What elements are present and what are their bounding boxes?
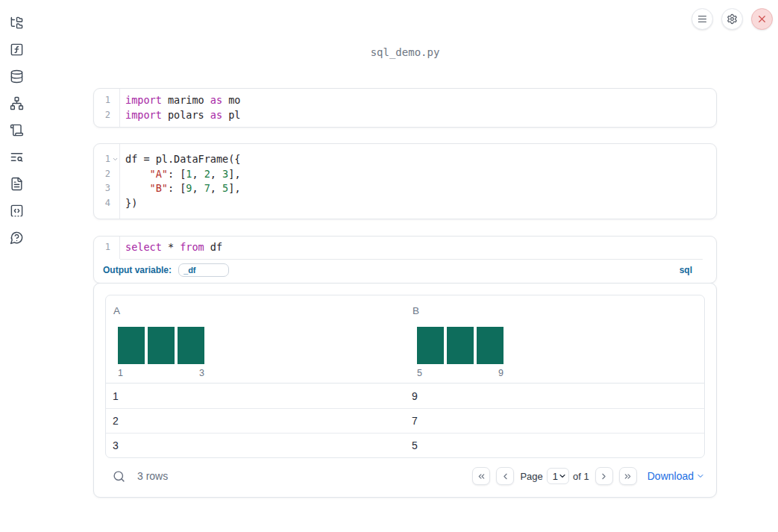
table-row: 35: [106, 433, 704, 457]
code-line: "B": [9, 7, 5],: [125, 181, 716, 196]
search-icon: [113, 470, 125, 483]
column-histogram: [118, 327, 204, 364]
histogram-range-labels: 59: [417, 368, 503, 378]
line-number: 4: [94, 196, 110, 211]
last-page-button[interactable]: [619, 467, 637, 485]
token: }): [125, 197, 137, 209]
language-badge: sql: [680, 265, 692, 275]
page-total-label: of 1: [573, 471, 589, 482]
column-name[interactable]: A: [106, 305, 405, 316]
token: df = pl.DataFrame({: [125, 153, 240, 165]
help-circle-icon: [10, 231, 24, 245]
chevrons-left-icon: [477, 472, 486, 481]
sidebar-item-scratchpad[interactable]: [3, 197, 30, 224]
sidebar-item-documentation[interactable]: [3, 170, 30, 197]
token-kw: as: [210, 109, 222, 121]
token-str: "B": [150, 182, 168, 194]
page-label: Page: [520, 471, 542, 482]
token: : [: [168, 168, 186, 180]
output-variable-label: Output variable:: [103, 265, 172, 275]
token: ,: [210, 168, 222, 180]
search-button[interactable]: [113, 470, 125, 483]
marimo-notebook: sql_demo.py 12import marimo as moimport …: [0, 0, 778, 532]
shutdown-button[interactable]: [751, 8, 773, 30]
text-search-icon: [10, 150, 24, 164]
settings-button[interactable]: [721, 8, 743, 30]
histogram-bar: [477, 327, 503, 364]
download-button[interactable]: Download: [647, 470, 705, 482]
table-row: 19: [106, 384, 704, 408]
cell-2-python: 1234df = pl.DataFrame({ "A": [1, 2, 3], …: [93, 143, 717, 219]
token-str: "A": [150, 168, 168, 180]
close-icon: [756, 13, 768, 25]
histogram-bar: [118, 327, 145, 364]
cell-1-python: 12import marimo as moimport polars as pl: [93, 88, 717, 128]
network-icon: [10, 96, 24, 110]
prev-page-button[interactable]: [496, 467, 514, 485]
line-number-gutter: 1: [94, 237, 120, 259]
token: : [: [168, 182, 186, 194]
code-line: "A": [1, 2, 3],: [125, 167, 716, 182]
table-header: A13B59: [106, 295, 704, 384]
function-square-icon: [10, 43, 24, 57]
table-row: 27: [106, 408, 704, 433]
sidebar-item-file-explorer[interactable]: [3, 9, 30, 36]
token: mo: [222, 94, 240, 106]
line-number-gutter: 1234: [94, 144, 120, 219]
code-area: import marimo as moimport polars as pl: [120, 89, 716, 127]
cell-editor[interactable]: 1select * from df: [94, 237, 716, 259]
token: pl: [222, 109, 240, 121]
cell-editor[interactable]: 1234df = pl.DataFrame({ "A": [1, 2, 3], …: [94, 144, 716, 219]
sidebar-item-logs[interactable]: [3, 143, 30, 170]
page-indicator: Page 1 of 1: [520, 468, 589, 484]
sql-cell-footer: Output variable:sql: [94, 260, 716, 283]
cell-editor[interactable]: 12import marimo as moimport polars as pl: [94, 89, 716, 127]
download-label: Download: [647, 470, 694, 482]
histogram-bar: [447, 327, 474, 364]
line-number: 2: [94, 108, 110, 123]
code-line: select * from df: [125, 240, 716, 255]
page-select[interactable]: 1: [547, 468, 569, 484]
sidebar-item-snippets[interactable]: [3, 116, 30, 143]
token: ],: [228, 182, 240, 194]
line-number: 1: [94, 93, 110, 108]
code-area: select * from df: [120, 237, 716, 259]
sidebar-item-help[interactable]: [3, 224, 30, 251]
code-area: df = pl.DataFrame({ "A": [1, 2, 3], "B":…: [120, 144, 716, 219]
code-box-icon: [10, 204, 24, 218]
column-header-B: B59: [405, 305, 704, 378]
sidebar-item-dependencies[interactable]: [3, 90, 30, 116]
column-name[interactable]: B: [405, 305, 704, 316]
token-kw: select: [125, 241, 162, 253]
token: marimo: [162, 94, 210, 106]
histogram-range-labels: 13: [118, 368, 204, 378]
chevron-right-icon: [599, 472, 609, 481]
menu-icon: [697, 13, 708, 25]
token: ],: [228, 168, 240, 180]
gear-icon: [727, 13, 738, 25]
token-kw: from: [180, 241, 204, 253]
table-footer: 3 rows Page 1 of 1: [94, 458, 716, 497]
folder-tree-icon: [10, 16, 24, 30]
line-number-gutter: 12: [94, 89, 120, 127]
table-cell: 3: [106, 439, 405, 451]
page-select-value: 1: [553, 471, 558, 482]
token-kw: as: [210, 94, 222, 106]
histogram-max-label: 3: [199, 368, 204, 378]
code-line: }): [125, 196, 716, 211]
fold-chevron-down-icon[interactable]: [112, 156, 119, 163]
token-kw: import: [125, 94, 162, 106]
histogram-min-label: 1: [118, 368, 123, 378]
output-variable-input[interactable]: [178, 263, 229, 277]
table-body: 192735: [106, 384, 704, 457]
notebook-menu-button[interactable]: [691, 8, 713, 30]
sidebar-item-data-sources[interactable]: [3, 63, 30, 90]
token: df: [204, 241, 222, 253]
sidebar-item-variables[interactable]: [3, 36, 30, 63]
next-page-button[interactable]: [595, 467, 613, 485]
line-number: 2: [94, 167, 110, 182]
histogram-max-label: 9: [498, 368, 503, 378]
line-number: 1: [94, 152, 110, 167]
first-page-button[interactable]: [472, 467, 490, 485]
database-icon: [10, 69, 24, 84]
